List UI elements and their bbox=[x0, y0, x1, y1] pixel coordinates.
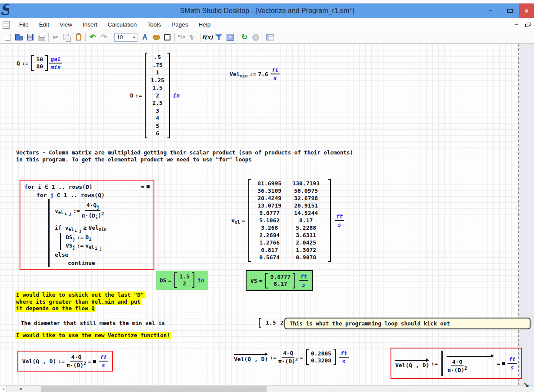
stop-button[interactable]: × bbox=[250, 32, 261, 43]
border-button[interactable] bbox=[162, 32, 173, 43]
assign-operator: := bbox=[250, 71, 257, 77]
variable-name: VS bbox=[250, 278, 257, 284]
vectorize-arrow-over-fraction: 4·Q π·(D)2 bbox=[446, 353, 495, 373]
math-region-vs-result[interactable]: VS = 9.07778.17 ft s bbox=[246, 270, 313, 291]
chevron-down-icon[interactable]: ▾ bbox=[131, 34, 137, 41]
unit-label: min bbox=[50, 64, 60, 70]
font-size-select[interactable]: 10 ▾ bbox=[114, 33, 137, 42]
font-size-value: 10 bbox=[115, 34, 131, 40]
callout-note[interactable]: This is what the programming loop should… bbox=[284, 318, 531, 329]
matrix-cell: 0.9078 bbox=[296, 254, 316, 261]
text-region-vectorize-note[interactable]: I would like to use the new Vectorize fu… bbox=[15, 332, 171, 339]
scroll-corner-box[interactable]: ↘ bbox=[0, 385, 7, 392]
menu-item[interactable]: Pages bbox=[166, 19, 193, 31]
math-region-d-definition[interactable]: D := .5.7511.251.522.53456 in bbox=[130, 53, 180, 138]
menubar: FileEditViewInsertCalculationToolsPagesH… bbox=[0, 18, 534, 31]
program-bar bbox=[441, 351, 443, 376]
toolbar-separator bbox=[85, 33, 86, 42]
filter-button[interactable] bbox=[213, 32, 224, 43]
horizontal-scrollbar-thumb[interactable] bbox=[41, 386, 267, 392]
math-region-vectorized-vel-definition[interactable]: Vel(Q , D) := 4·Q π·(D)2 = ft s bbox=[390, 348, 522, 379]
worksheet-canvas[interactable]: Q := 5080 gal min D := .5.7511.251.522.5… bbox=[0, 44, 534, 385]
function-args: (Q , D) bbox=[244, 356, 268, 362]
math-region-vel-result[interactable]: vel = 81.6995130.719336.310958.097520.42… bbox=[231, 179, 344, 262]
math-region-vel-function[interactable]: Vel(Q , D) := 4·Q π·(D)2 = ft s bbox=[17, 351, 113, 372]
recalculate-button[interactable]: ↻ bbox=[239, 32, 250, 43]
function-button[interactable]: f(x) bbox=[202, 32, 213, 43]
text-region-kickout-note[interactable]: I would like to uskick out the last "D" … bbox=[15, 291, 145, 312]
scroll-left-arrow-icon[interactable]: ◂ bbox=[19, 386, 22, 392]
font-color-button[interactable]: A bbox=[139, 32, 150, 43]
matrix: .5.7511.251.522.53456 bbox=[145, 53, 170, 138]
assign-operator: := bbox=[73, 207, 80, 215]
copy-icon bbox=[63, 34, 70, 41]
matrix-cell: 2 bbox=[280, 319, 284, 327]
save-button[interactable] bbox=[24, 32, 36, 43]
math-region-q-definition[interactable]: Q := 5080 gal min bbox=[17, 55, 62, 71]
bracket-right bbox=[293, 273, 295, 288]
menu-item[interactable]: Tools bbox=[142, 19, 167, 31]
fraction: 4·Q π·(D)2 bbox=[67, 354, 86, 369]
matrix-cell: .75 bbox=[150, 61, 165, 69]
redo-icon: ↷ bbox=[101, 33, 107, 42]
cut-button[interactable]: ✂ bbox=[50, 32, 61, 43]
math-token: 4·Q bbox=[87, 202, 97, 208]
unit-label: in bbox=[173, 92, 180, 99]
menu-item[interactable]: Insert bbox=[77, 19, 103, 31]
unit-label: s bbox=[338, 221, 341, 228]
assign-operator: := bbox=[135, 92, 142, 99]
matrix-cell: 50 bbox=[36, 56, 43, 63]
window-controls: – × bbox=[481, 3, 534, 18]
highlighted-text-line: I would like to use the new Vectorize fu… bbox=[15, 332, 171, 339]
unit-label: ft bbox=[339, 350, 349, 358]
equals-operator: = bbox=[242, 217, 245, 224]
matrix-row: 81.6995130.7193 bbox=[253, 180, 326, 187]
align-vertical-button[interactable] bbox=[187, 32, 199, 43]
maximize-button[interactable] bbox=[500, 7, 519, 15]
numerator: 4·Qj bbox=[85, 201, 101, 211]
equals-operator: = bbox=[497, 360, 500, 367]
menu-item[interactable]: Help bbox=[193, 19, 216, 31]
matrix-cell: 0.5674 bbox=[259, 254, 280, 261]
program-block[interactable]: for i ∈ 1 .. rows(D) = for j ∈ 1 .. rows… bbox=[20, 180, 154, 270]
undo-button[interactable]: ↶ bbox=[87, 32, 98, 43]
text-line: Vectors - Column matrix are multiplied g… bbox=[16, 149, 353, 156]
menu-item[interactable]: View bbox=[54, 19, 77, 31]
menu-list: FileEditViewInsertCalculationToolsPagesH… bbox=[14, 19, 216, 31]
text-region-vectors-note[interactable]: Vectors - Column matrix are multiplied g… bbox=[16, 149, 353, 163]
math-region-vectorized-vel-evaluated[interactable]: Vel(Q , D) := 4·Q π·(D)2 = 0.20050.3208 … bbox=[234, 349, 349, 365]
redo-button[interactable]: ↷ bbox=[98, 32, 110, 43]
palette-button[interactable] bbox=[150, 32, 162, 43]
page-resize-arrow-icon[interactable]: ↘ bbox=[523, 380, 529, 389]
maximize-icon bbox=[507, 9, 513, 13]
open-button[interactable] bbox=[13, 32, 24, 43]
menu-item[interactable]: Calculation bbox=[103, 19, 142, 31]
document-icon[interactable] bbox=[3, 21, 10, 29]
matrix-cell: 2 bbox=[179, 280, 189, 287]
restore-icon bbox=[525, 24, 529, 27]
menu-item[interactable]: File bbox=[14, 19, 34, 31]
text-region-diameter-note[interactable]: The diameter that still meets the min ve… bbox=[21, 320, 165, 327]
align-horizontal-button[interactable] bbox=[176, 32, 187, 43]
child-restore-button[interactable] bbox=[525, 23, 531, 27]
close-button[interactable]: × bbox=[519, 3, 534, 18]
paste-button[interactable] bbox=[73, 32, 84, 43]
unit-button[interactable]: ? bbox=[224, 32, 236, 43]
function-name: Vel bbox=[22, 358, 32, 365]
horizontal-scrollbar[interactable]: ↘ ◂ bbox=[0, 385, 534, 392]
copy-button[interactable] bbox=[61, 32, 73, 43]
new-button[interactable] bbox=[2, 32, 13, 43]
matrix-cell: 14.5244 bbox=[294, 209, 318, 217]
subscript: i bbox=[89, 235, 91, 243]
save-floppy-icon bbox=[27, 34, 33, 40]
print-button[interactable] bbox=[36, 32, 47, 43]
math-region-ds-result[interactable]: DS = 1.52 in bbox=[156, 271, 208, 290]
minimize-button[interactable]: – bbox=[481, 7, 500, 15]
child-minimize-button[interactable]: – bbox=[514, 21, 518, 29]
menu-item[interactable]: Edit bbox=[34, 19, 54, 31]
math-region-velmin-definition[interactable]: Velmin := 7.6 ft s bbox=[230, 67, 280, 81]
variable-name: v bbox=[85, 241, 89, 250]
titlebar[interactable]: S SMath Studio Desktop - [Vectorize and … bbox=[0, 3, 534, 18]
description-button[interactable] bbox=[264, 32, 276, 43]
open-folder-icon bbox=[15, 36, 23, 40]
